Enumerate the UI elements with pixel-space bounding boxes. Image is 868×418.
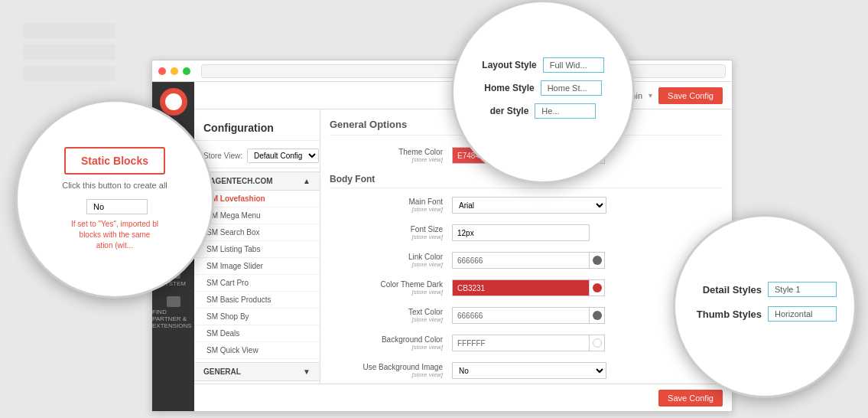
- magento-logo: [160, 88, 187, 116]
- main-font-label: Main Font [store view]: [330, 198, 452, 213]
- magnify-detail-styles: Detail Styles Thumb Styles: [673, 214, 857, 398]
- use-bg-image-select[interactable]: No: [452, 362, 606, 379]
- header-style-input[interactable]: [535, 103, 596, 119]
- window-maximize-dot[interactable]: [183, 67, 190, 75]
- chevron-up-icon: ▲: [303, 177, 310, 185]
- static-blocks-button[interactable]: Static Blocks: [64, 147, 165, 175]
- bg-color-label: Background Color [store view]: [330, 335, 452, 351]
- admin-dropdown-icon[interactable]: ▾: [649, 91, 652, 100]
- link-color-row: Link Color [store view]: [330, 250, 723, 271]
- no-input[interactable]: [86, 199, 148, 214]
- config-title: Configuration: [194, 116, 320, 141]
- detail-styles-row: Detail Styles: [691, 282, 839, 297]
- find-partner-icon: [167, 296, 180, 307]
- content-area: Configuration Store View: Default Config…: [194, 109, 732, 384]
- window-title-bar: [152, 60, 732, 82]
- text-color-input[interactable]: [452, 307, 590, 324]
- nav-item-image-slider[interactable]: SM Image Slider: [194, 258, 320, 275]
- layout-style-label: Layout Style: [482, 60, 536, 70]
- nav-item-listing-tabs[interactable]: SM Listing Tabs: [194, 241, 320, 258]
- store-view-row: Store View: Default Config ?: [194, 144, 320, 168]
- nav-item-cart-pro[interactable]: SM Cart Pro: [194, 275, 320, 292]
- bottom-save-bar: Save Config: [194, 384, 732, 411]
- layout-style-row: Layout Style: [469, 57, 617, 73]
- text-color-swatch[interactable]: [590, 307, 605, 324]
- color-dot: [593, 338, 602, 348]
- use-bg-image-label: Use Background Image [store view]: [330, 363, 452, 378]
- magnify-static-blocks: Static Blocks Click this button to creat…: [15, 100, 214, 299]
- sidebar-item-label: FIND PARTNER & EXTENSIONS: [152, 309, 194, 329]
- thumb-styles-input[interactable]: [768, 306, 837, 322]
- left-navigation: Configuration Store View: Default Config…: [194, 109, 320, 384]
- window-close-dot[interactable]: [158, 67, 166, 75]
- save-config-top-button[interactable]: Save Config: [658, 87, 723, 104]
- home-style-input[interactable]: [541, 80, 602, 96]
- color-theme-dark-label: Color Theme Dark [store view]: [330, 280, 452, 296]
- link-color-swatch[interactable]: [590, 252, 605, 269]
- nav-item-quick-view[interactable]: SM Quick View: [194, 342, 320, 359]
- bg-item-1: [23, 23, 115, 38]
- color-dot: [593, 256, 602, 265]
- chevron-down-icon: ▼: [303, 367, 310, 376]
- nav-item-shop-by[interactable]: SM Shop By: [194, 309, 320, 325]
- admin-content: DASHBOARD SALES PRODUCTS SM MENU STORES …: [152, 82, 732, 411]
- font-size-field: [452, 224, 723, 241]
- bg-color-swatch[interactable]: [590, 335, 605, 351]
- store-view-label: Store View:: [203, 152, 242, 160]
- window-minimize-dot[interactable]: [171, 67, 178, 75]
- nav-item-basic-products[interactable]: SM Basic Products: [194, 292, 320, 309]
- use-bg-image-row: Use Background Image [store view] No: [330, 360, 723, 381]
- nav-item-deals[interactable]: SM Deals: [194, 325, 320, 342]
- admin-panel: DASHBOARD SALES PRODUCTS SM MENU STORES …: [151, 60, 733, 412]
- main-font-field: Arial: [452, 197, 723, 214]
- color-theme-dark-input[interactable]: [452, 279, 590, 296]
- font-size-input[interactable]: [452, 224, 590, 241]
- main-font-select[interactable]: Arial: [452, 197, 606, 214]
- use-bg-image-field: No: [452, 362, 723, 379]
- home-style-row: Home Style: [469, 80, 617, 96]
- color-theme-dark-swatch[interactable]: [590, 279, 605, 296]
- main-font-row: Main Font [store view] Arial: [330, 194, 723, 216]
- color-theme-dark-row: Color Theme Dark [store view]: [330, 277, 723, 299]
- nav-item-search-box[interactable]: SM Search Box: [194, 224, 320, 241]
- theme-color-label: Theme Color [store view]: [330, 148, 452, 163]
- store-view-select[interactable]: Default Config: [247, 149, 319, 163]
- background-items: [23, 23, 115, 87]
- font-size-label: Font Size [store view]: [330, 225, 452, 240]
- color-dot: [593, 311, 602, 320]
- detail-styles-label: Detail Styles: [693, 284, 762, 296]
- bg-item-3: [23, 66, 115, 81]
- link-color-label: Link Color [store view]: [330, 253, 452, 268]
- header-style-row: der Style: [469, 103, 617, 119]
- thumb-styles-label: Thumb Styles: [693, 309, 762, 320]
- font-size-row: Font Size [store view]: [330, 222, 723, 243]
- magnify-desc: If set to "Yes", imported bl blocks with…: [56, 219, 174, 251]
- thumb-styles-row: Thumb Styles: [691, 306, 839, 322]
- static-blocks-click-text: Click this button to create all: [47, 181, 183, 190]
- sidebar-item-find-partner[interactable]: FIND PARTNER & EXTENSIONS: [152, 292, 194, 334]
- detail-styles-input[interactable]: [768, 282, 837, 297]
- nav-section-general[interactable]: GENERAL ▼: [194, 362, 320, 381]
- color-dot: [593, 283, 602, 292]
- home-style-label: Home Style: [484, 83, 534, 93]
- logo-inner: [165, 93, 182, 110]
- text-color-row: Text Color [store view]: [330, 305, 723, 326]
- bg-item-2: [23, 44, 115, 60]
- header-style-label: der Style: [490, 106, 529, 116]
- magnify-layout-style: Layout Style Home Style der Style: [451, 0, 635, 184]
- bg-color-input[interactable]: [452, 335, 590, 351]
- text-color-label: Text Color [store view]: [330, 308, 452, 323]
- link-color-input[interactable]: [452, 252, 590, 269]
- layout-style-input[interactable]: [543, 57, 604, 73]
- bg-color-row: Background Color [store view]: [330, 332, 723, 354]
- save-config-bottom-button[interactable]: Save Config: [658, 390, 723, 407]
